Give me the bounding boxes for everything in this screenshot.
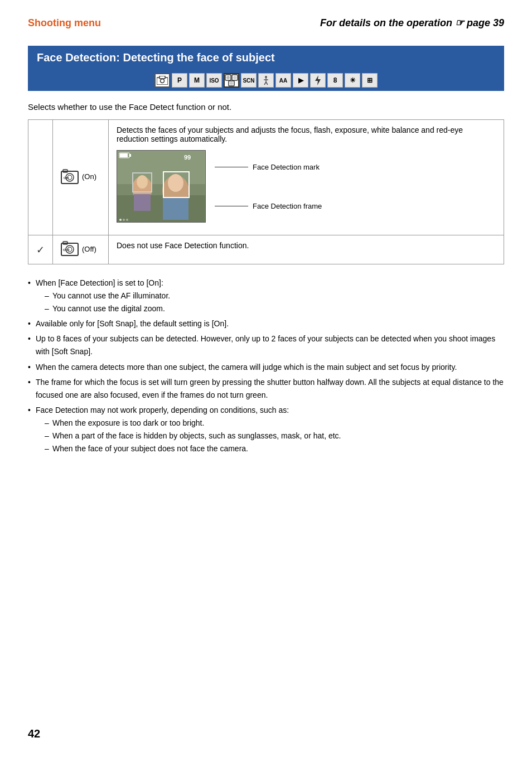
off-description-cell: Does not use Face Detection function. [109,235,504,264]
grid-icon[interactable]: ⊞ [362,73,378,88]
on-label: (On) [82,172,96,181]
flash-mode-icon[interactable] [310,73,326,88]
p-mode-icon[interactable]: P [172,73,187,88]
notes-section: When [Face Detection] is set to [On]: Yo… [28,277,504,455]
face-detection-frame-label: Face Detection frame [215,202,322,210]
sub-list-item-6-1: When the exposure is too dark or too bri… [45,417,504,430]
options-table: ON (On) Detects the faces of your subjec… [28,119,504,264]
svg-rect-32 [129,154,131,157]
on-description-cell: Detects the faces of your subjects and a… [109,120,504,235]
face-detect-mode-icon[interactable] [224,73,239,88]
svg-rect-33 [120,153,128,157]
face-detection-mark-label: Face Detection mark [215,163,322,171]
svg-point-27 [168,174,183,192]
svg-point-9 [265,76,267,78]
sun-icon[interactable]: ☀ [345,73,360,88]
svg-line-13 [266,82,268,85]
svg-rect-25 [134,194,151,211]
labels-area: Face Detection mark Face Detection frame [215,150,322,223]
svg-text:ON: ON [64,176,69,180]
sub-list-item-6-3: When the face of your subject does not f… [45,442,504,455]
list-item-4: When the camera detects more than one su… [28,361,504,374]
preview-area: 99 Face Detection mark [117,150,496,223]
sub-list-item-6-2: When a part of the face is hidden by obj… [45,430,504,442]
description-text: Selects whether to use the Face Detect f… [28,102,504,112]
feature-title-bar: Face Detection: Detecting the face of su… [28,46,504,70]
icon-cell-off: OFF (Off) [53,235,109,264]
sub-list-item-1-1: You cannot use the AF illuminator. [45,290,504,302]
table-row-off: ✓ OFF (Off) Does not use Face Detection … [28,235,504,264]
svg-text:99: 99 [184,154,191,161]
svg-text:OFF: OFF [63,248,70,252]
list-item-3: Up to 8 faces of your subjects can be de… [28,332,504,358]
section-title: Shooting menu [28,17,101,29]
svg-marker-14 [315,75,321,85]
svg-rect-1 [159,76,165,79]
sport-mode-icon[interactable] [258,73,274,88]
list-item-5: The frame for which the focus is set wil… [28,376,504,402]
svg-point-37 [126,219,128,221]
number-8-icon[interactable]: 8 [327,73,343,88]
list-item-2: Available only for [Soft Snap], the defa… [28,317,504,330]
icon-cell-on: ON (On) [53,120,109,235]
page-number: 42 [28,727,40,740]
list-item-1: When [Face Detection] is set to [On]: Yo… [28,277,504,315]
svg-line-12 [264,82,266,85]
svg-point-36 [123,219,125,221]
check-cell-off: ✓ [28,235,53,264]
scene-mode-icon[interactable]: SCN [241,73,257,88]
off-label: (Off) [82,245,96,253]
table-row-on: ON (On) Detects the faces of your subjec… [28,120,504,235]
bullet-list: When [Face Detection] is set to [On]: Yo… [28,277,504,455]
reference-link: For details on the operation ☞ page 39 [320,17,504,29]
auto-mode-icon[interactable]: AA [275,73,291,88]
iso-mode-icon[interactable]: ISO [206,73,222,88]
svg-point-35 [119,219,122,221]
page-header: Shooting menu For details on the operati… [28,17,504,29]
svg-point-4 [226,76,230,79]
mode-icon-bar: P M ISO SCN AA ▶ [28,70,504,91]
sub-list-item-1-2: You cannot use the digital zoom. [45,302,504,315]
playback-mode-icon[interactable]: ▶ [293,73,308,88]
check-cell-on [28,120,53,235]
m-mode-icon[interactable]: M [189,73,205,88]
svg-rect-21 [117,195,206,223]
list-item-6: Face Detection may not work properly, de… [28,404,504,455]
svg-rect-28 [163,197,188,220]
svg-point-24 [137,175,148,189]
svg-point-8 [230,82,233,85]
camera-preview-image: 99 [117,150,206,223]
svg-point-6 [233,76,236,79]
feature-title: Face Detection: Detecting the face of su… [37,51,275,64]
camera-mode-icon[interactable] [154,73,170,88]
